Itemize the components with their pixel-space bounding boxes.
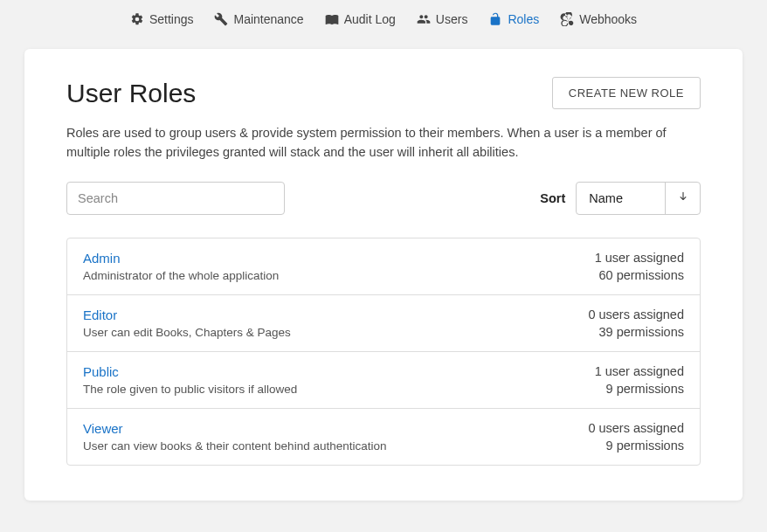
role-description: User can edit Books, Chapters & Pages bbox=[83, 326, 291, 339]
top-nav: Settings Maintenance Audit Log Users Rol… bbox=[0, 0, 767, 37]
role-permissions-count: 60 permissions bbox=[598, 268, 684, 282]
nav-users[interactable]: Users bbox=[417, 12, 468, 26]
arrow-down-icon bbox=[677, 190, 689, 206]
controls-row: Sort Name bbox=[66, 182, 701, 215]
page-title: User Roles bbox=[66, 79, 196, 108]
sort-select-wrap: Name bbox=[576, 182, 701, 215]
role-permissions-count: 9 permissions bbox=[606, 439, 684, 453]
nav-audit-log-label: Audit Log bbox=[344, 12, 396, 26]
nav-webhooks-label: Webhooks bbox=[579, 12, 637, 26]
nav-webhooks[interactable]: Webhooks bbox=[560, 12, 637, 26]
role-users-count: 1 user assigned bbox=[595, 364, 684, 378]
nav-settings[interactable]: Settings bbox=[130, 12, 194, 26]
lock-open-icon bbox=[488, 12, 502, 26]
table-row: Viewer User can view books & their conte… bbox=[67, 409, 700, 465]
create-role-button[interactable]: CREATE NEW ROLE bbox=[552, 77, 701, 109]
sort-label: Sort bbox=[540, 191, 565, 205]
header-row: User Roles CREATE NEW ROLE bbox=[66, 77, 701, 109]
nav-maintenance[interactable]: Maintenance bbox=[214, 12, 303, 26]
nav-audit-log[interactable]: Audit Log bbox=[325, 12, 396, 26]
nav-roles-label: Roles bbox=[508, 12, 539, 26]
page-description: Roles are used to group users & provide … bbox=[66, 123, 701, 162]
search-input[interactable] bbox=[66, 182, 285, 215]
role-link[interactable]: Admin bbox=[83, 251, 279, 266]
role-users-count: 0 users assigned bbox=[588, 307, 684, 321]
nav-maintenance-label: Maintenance bbox=[233, 12, 303, 26]
nav-settings-label: Settings bbox=[149, 12, 194, 26]
role-link[interactable]: Viewer bbox=[83, 421, 386, 436]
role-users-count: 1 user assigned bbox=[595, 251, 684, 265]
role-permissions-count: 39 permissions bbox=[598, 325, 684, 339]
role-description: Administrator of the whole application bbox=[83, 269, 279, 282]
book-icon bbox=[325, 12, 339, 26]
roles-list: Admin Administrator of the whole applica… bbox=[66, 238, 701, 466]
webhook-icon bbox=[560, 12, 574, 26]
nav-users-label: Users bbox=[436, 12, 468, 26]
table-row: Admin Administrator of the whole applica… bbox=[67, 238, 700, 295]
nav-roles[interactable]: Roles bbox=[488, 12, 539, 26]
sort-group: Sort Name bbox=[540, 182, 701, 215]
role-users-count: 0 users assigned bbox=[588, 421, 684, 435]
wrench-icon bbox=[214, 12, 228, 26]
table-row: Editor User can edit Books, Chapters & P… bbox=[67, 295, 700, 352]
table-row: Public The role given to public visitors… bbox=[67, 352, 700, 409]
gear-icon bbox=[130, 12, 144, 26]
sort-direction-button[interactable] bbox=[665, 183, 700, 214]
role-link[interactable]: Editor bbox=[83, 307, 291, 322]
role-permissions-count: 9 permissions bbox=[606, 382, 684, 396]
role-link[interactable]: Public bbox=[83, 364, 297, 379]
main-card: User Roles CREATE NEW ROLE Roles are use… bbox=[24, 49, 743, 501]
role-description: User can view books & their content behi… bbox=[83, 439, 386, 453]
people-icon bbox=[417, 12, 431, 26]
sort-select[interactable]: Name bbox=[577, 183, 665, 214]
role-description: The role given to public visitors if all… bbox=[83, 383, 297, 396]
